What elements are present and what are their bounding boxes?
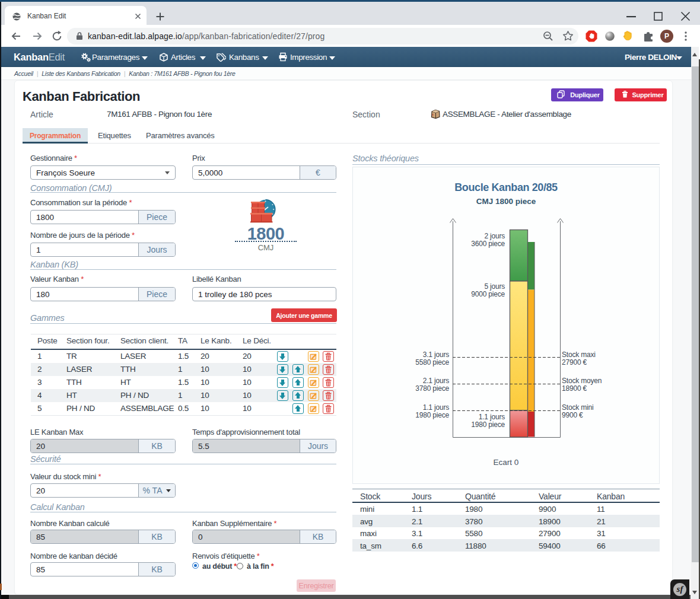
svg-text:5580 piece: 5580 piece: [415, 358, 449, 367]
svg-text:3780 piece: 3780 piece: [415, 384, 449, 393]
svg-text:Stock maxi: Stock maxi: [562, 351, 596, 359]
svg-text:1980 piece: 1980 piece: [415, 411, 449, 419]
svg-text:Stock moyen: Stock moyen: [562, 377, 602, 385]
svg-text:3.1 jours: 3.1 jours: [423, 351, 449, 359]
svg-text:9000 piece: 9000 piece: [471, 290, 505, 298]
svg-text:18900 €: 18900 €: [562, 384, 587, 393]
svg-text:27900 €: 27900 €: [562, 358, 587, 367]
svg-text:1.1 jours: 1.1 jours: [479, 413, 505, 421]
svg-text:1980 piece: 1980 piece: [471, 420, 505, 429]
svg-text:5 jours: 5 jours: [484, 282, 505, 291]
svg-text:Stock mini: Stock mini: [562, 403, 593, 412]
svg-text:3600 piece: 3600 piece: [471, 240, 505, 248]
svg-text:1.1 jours: 1.1 jours: [423, 403, 449, 412]
svg-text:9900 €: 9900 €: [562, 411, 583, 419]
svg-text:2.1 jours: 2.1 jours: [423, 377, 449, 385]
svg-text:2 jours: 2 jours: [484, 232, 505, 240]
